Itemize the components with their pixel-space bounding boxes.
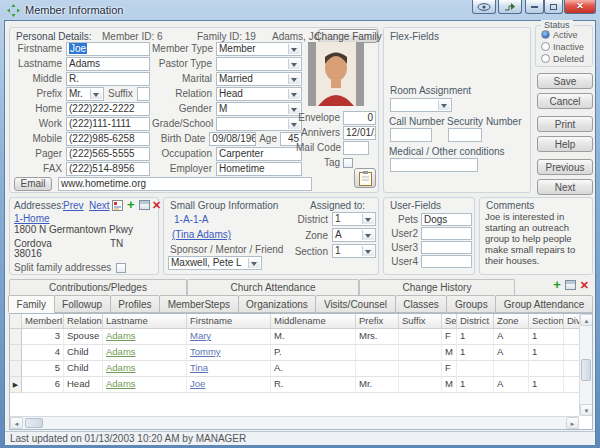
view-button[interactable]	[472, 0, 496, 14]
birth-date-input[interactable]: 09/08/1966	[209, 132, 256, 146]
cancel-button[interactable]: Cancel	[537, 93, 593, 109]
column-header[interactable]: Firstname	[187, 314, 271, 329]
close-button[interactable]: ✕	[564, 0, 596, 14]
tab-contributions-pledges[interactable]: Contributions/Pledges	[9, 279, 187, 296]
firstname-link[interactable]: Tina	[190, 362, 208, 373]
user2-input[interactable]	[421, 227, 472, 240]
firstname-input[interactable]: Joe	[66, 42, 150, 56]
tab-membersteps[interactable]: MemberSteps	[159, 295, 238, 313]
mobile-phone-input[interactable]: (222)985-6258	[66, 132, 150, 146]
horizontal-scroll-thumb[interactable]	[25, 418, 43, 428]
column-header[interactable]: Sex	[442, 314, 457, 329]
small-group-member-link[interactable]: (Tina Adams)	[172, 229, 231, 240]
lastname-link[interactable]: Adams	[106, 346, 136, 357]
prefix-combo[interactable]: Mr.	[66, 87, 104, 101]
tab-groups[interactable]: Groups	[446, 295, 496, 313]
add-address-icon[interactable]: +	[127, 200, 135, 210]
tab-classes[interactable]: Classes	[395, 295, 448, 313]
zone-combo[interactable]: A	[332, 228, 376, 242]
address-name-link[interactable]: 1-Home	[14, 213, 50, 224]
maximize-button[interactable]	[544, 0, 563, 14]
lastname-link[interactable]: Adams	[106, 378, 136, 389]
small-group-code[interactable]: 1-A-1-A	[174, 214, 208, 225]
firstname-link[interactable]: Tommy	[190, 346, 221, 357]
annivers-input[interactable]: 12/01/1986	[343, 126, 376, 140]
column-header[interactable]: Suffix	[399, 314, 442, 329]
status-radio-inactive[interactable]: Inactive	[541, 41, 584, 52]
grade-school-combo[interactable]	[216, 117, 302, 131]
change-family-button[interactable]: Change Family	[318, 29, 378, 43]
column-header[interactable]: Prefix	[356, 314, 399, 329]
scroll-left-icon[interactable]: ◄	[10, 417, 23, 429]
lastname-link[interactable]: Adams	[106, 362, 136, 373]
address-form-icon[interactable]	[139, 200, 150, 210]
delete-address-icon[interactable]: ✕	[152, 200, 161, 210]
member-type-combo[interactable]: Member	[216, 42, 302, 56]
relation-combo[interactable]: Head	[216, 87, 302, 101]
room-assignment-combo[interactable]	[390, 98, 452, 112]
table-row[interactable]: 5 Child Adams Tina A. F	[10, 361, 592, 377]
scroll-right-icon[interactable]: ►	[566, 417, 579, 429]
tab-organizations[interactable]: Organizations	[238, 295, 317, 313]
home-phone-input[interactable]: (222)222-2222	[66, 102, 150, 116]
notes-button[interactable]	[354, 168, 376, 188]
horizontal-scrollbar[interactable]: ◄ ►	[10, 416, 579, 429]
tab-profiles[interactable]: Profiles	[110, 295, 160, 313]
comments-text[interactable]: Joe is interested in starting an outreac…	[485, 211, 589, 266]
status-radio-active[interactable]: Active	[541, 29, 578, 40]
minimize-button[interactable]	[525, 0, 544, 14]
current-row-marker[interactable]: ▶	[10, 377, 22, 393]
district-combo[interactable]: 1	[332, 212, 376, 226]
tab-family[interactable]: Family	[8, 295, 55, 313]
delete-record-icon[interactable]: ✕	[580, 280, 589, 290]
print-button[interactable]: Print	[537, 116, 593, 132]
vertical-scrollbar[interactable]: ▲ ▼	[579, 314, 592, 416]
gender-combo[interactable]: M	[216, 102, 302, 116]
address-prev-link[interactable]: Prev	[63, 200, 84, 211]
tab-followup[interactable]: Followup	[54, 295, 111, 313]
medical-input[interactable]	[390, 158, 478, 172]
split-addresses-checkbox[interactable]	[116, 263, 126, 273]
address-card-icon[interactable]	[112, 200, 123, 213]
occupation-input[interactable]: Carpenter	[216, 147, 302, 161]
column-header[interactable]: Zone	[494, 314, 529, 329]
tab-change-history[interactable]: Change History	[359, 279, 515, 296]
lastname-input[interactable]: Adams	[66, 57, 150, 71]
suffix-input[interactable]	[137, 87, 150, 101]
security-number-input[interactable]	[448, 128, 482, 142]
pager-input[interactable]: (222)565-5555	[66, 147, 150, 161]
scroll-up-icon[interactable]: ▲	[580, 314, 593, 326]
tab-visits-counsel[interactable]: Visits/Counsel	[315, 295, 395, 313]
row-selector[interactable]	[10, 345, 22, 361]
call-number-input[interactable]	[390, 128, 432, 142]
address-next-link[interactable]: Next	[89, 200, 110, 211]
row-selector[interactable]	[10, 329, 22, 345]
mail-code-input[interactable]	[343, 141, 369, 155]
column-header[interactable]: Section	[529, 314, 564, 329]
status-radio-deleted[interactable]: Deleted	[541, 53, 584, 64]
column-header[interactable]: Relation	[64, 314, 103, 329]
open-form-icon[interactable]	[565, 280, 576, 290]
table-row[interactable]: 4 Child Adams Tommy P. M 1 A 1	[10, 345, 592, 361]
help-button[interactable]: Help	[537, 136, 593, 152]
previous-button[interactable]: Previous	[537, 159, 593, 175]
shortcut-button[interactable]	[498, 0, 522, 14]
pets-input[interactable]: Dogs	[421, 213, 472, 226]
scroll-down-icon[interactable]: ▼	[580, 404, 593, 416]
tab-group-attendance[interactable]: Group Attendance	[495, 295, 593, 313]
marital-combo[interactable]: Married	[216, 72, 302, 86]
firstname-link[interactable]: Joe	[190, 378, 205, 389]
add-record-icon[interactable]: +	[553, 280, 561, 290]
lastname-link[interactable]: Adams	[106, 330, 136, 341]
fax-input[interactable]: (222)514-8956	[66, 162, 150, 176]
tag-checkbox[interactable]	[343, 158, 353, 168]
save-button[interactable]: Save	[537, 73, 593, 89]
pastor-type-combo[interactable]	[216, 57, 302, 71]
sponsor-combo[interactable]: Maxwell, Pete L	[168, 256, 262, 270]
table-row[interactable]: 3 Spouse Adams Mary M. Mrs. F 1 A 1	[10, 329, 592, 345]
website-input[interactable]: www.hometime.org	[58, 177, 312, 191]
user3-input[interactable]	[421, 241, 472, 254]
column-header[interactable]: MemberID	[22, 314, 64, 329]
row-selector[interactable]	[10, 361, 22, 377]
column-header[interactable]: Lastname	[103, 314, 187, 329]
